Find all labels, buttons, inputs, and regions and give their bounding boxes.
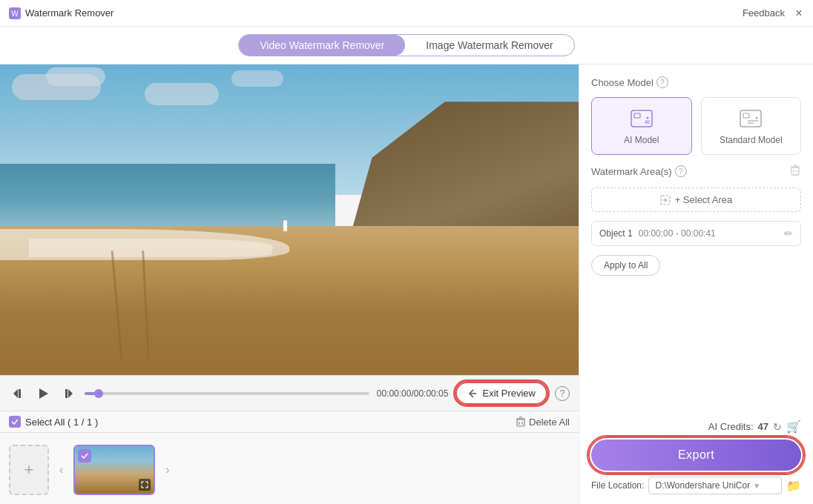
thumb-check-1 [78,449,91,462]
delete-icon [516,417,526,427]
svg-marker-2 [13,389,18,398]
close-button[interactable]: × [794,8,804,19]
watermark-area-header: Watermark Area(s) ? [591,164,801,179]
delete-all-button[interactable]: Delete All [516,417,570,428]
svg-rect-6 [65,389,68,398]
svg-rect-17 [740,110,761,127]
right-panel: Choose Model ? AI AI Model [579,64,813,504]
cloud-2 [46,67,105,86]
export-section: Export [591,440,801,471]
tab-bar: Video Watermark Remover Image Watermark … [0,27,813,64]
nav-prev-arrow[interactable]: ‹ [56,460,66,480]
svg-text:W: W [11,10,19,18]
cloud-4 [231,70,283,87]
export-button[interactable]: Export [591,440,801,471]
skip-back-button[interactable] [9,385,27,402]
video-area [0,64,579,375]
standard-model-icon [736,107,766,130]
svg-marker-4 [39,388,48,399]
watermark-areas-section: Watermark Area(s) ? [591,165,687,177]
ai-icon: AI [628,107,655,130]
cloud-3 [145,83,219,105]
svg-text:AI: AI [645,119,650,125]
object1-label: Object 1 [599,228,633,239]
dropdown-chevron-icon: ▼ [753,482,760,490]
play-button[interactable] [34,385,52,402]
edit-icon[interactable]: ✏ [784,228,793,239]
select-all-area: Select All ( 1 / 1 ) [9,416,98,428]
progress-bar[interactable] [85,392,369,395]
svg-rect-14 [634,113,640,118]
time-display: 00:00:00/00:00:05 [377,388,449,399]
file-path-text: D:\Wondershare UniCor [655,480,750,491]
refresh-icon[interactable]: ↻ [773,421,782,433]
cart-icon[interactable]: 🛒 [786,420,801,434]
select-area-button[interactable]: + Select Area [591,188,801,212]
tab-group: Video Watermark Remover Image Watermark … [238,34,574,56]
ai-model-icon: AI [627,107,656,130]
thumbnail-1[interactable] [73,445,155,495]
ai-credits-label: AI Credits: [708,421,754,432]
select-all-label: Select All ( 1 / 1 ) [25,417,98,428]
exit-preview-button[interactable]: Exit Preview [455,382,547,405]
svg-point-19 [756,117,758,119]
app-icon: W [9,7,21,19]
tab-image[interactable]: Image Watermark Remover [405,35,573,56]
select-all-checkbox[interactable] [9,416,21,428]
expand-icon [141,481,148,488]
skip-back-icon [12,388,24,399]
exit-preview-wrapper: Exit Preview [455,382,547,405]
nav-next-arrow[interactable]: › [162,460,172,480]
choose-model-label: Choose Model [591,77,654,88]
left-section: 00:00:00/00:00:05 Exit Preview ? [0,64,579,504]
object1-time: 00:00:00 - 00:00:41 [639,228,778,239]
feedback-link[interactable]: Feedback [743,7,785,19]
filmstrip: + ‹ › [0,432,579,504]
filmstrip-header: Select All ( 1 / 1 ) Delete All [0,411,579,432]
choose-model-section: Choose Model ? [591,76,801,88]
apply-to-all-button[interactable]: Apply to All [591,255,660,276]
credits-row: AI Credits: 47 ↻ 🛒 [591,420,801,434]
exit-preview-label: Exit Preview [482,388,536,399]
file-location-row: File Location: D:\Wondershare UniCor ▼ 📁 [591,477,801,494]
svg-rect-3 [19,389,21,398]
standard-model-label: Standard Model [720,135,783,145]
progress-thumb [94,389,103,398]
checkmark-icon [11,419,19,425]
trash-button[interactable] [789,164,801,179]
tab-video[interactable]: Video Watermark Remover [239,35,405,56]
right-bottom: AI Credits: 47 ↻ 🛒 Export File Location:… [591,420,801,494]
model-row: AI AI Model Standard Model [591,97,801,155]
trash-icon [789,164,801,176]
svg-rect-22 [791,168,799,175]
main-content: 00:00:00/00:00:05 Exit Preview ? [0,64,813,504]
thumb-expand-icon [139,479,151,491]
title-bar-right: Feedback × [743,7,804,19]
file-location-label: File Location: [591,480,644,491]
svg-rect-18 [743,113,749,118]
skip-forward-button[interactable] [59,385,77,402]
watermark-areas-info-icon[interactable]: ? [675,165,687,177]
folder-icon[interactable]: 📁 [786,479,801,493]
select-area-icon [660,195,671,205]
choose-model-info-icon[interactable]: ? [656,76,668,88]
skip-forward-icon [62,388,74,399]
select-area-label: + Select Area [675,194,733,205]
ai-model-card[interactable]: AI AI Model [591,97,692,155]
file-path-select[interactable]: D:\Wondershare UniCor ▼ [648,477,782,494]
standard-model-card[interactable]: Standard Model [701,97,802,155]
object-row-1: Object 1 00:00:00 - 00:00:41 ✏ [591,221,801,246]
video-controls: 00:00:00/00:00:05 Exit Preview ? [0,375,579,411]
person [283,220,287,231]
exit-arrow-icon [467,388,478,399]
standard-icon [737,107,764,130]
title-bar-left: W Watermark Remover [9,7,113,19]
title-bar: W Watermark Remover Feedback × [0,0,813,27]
help-icon[interactable]: ? [555,386,570,401]
ai-credits-value: 47 [758,421,768,432]
video-preview [0,64,579,375]
svg-rect-8 [517,420,524,426]
add-file-button[interactable]: + [9,445,49,495]
play-icon [37,388,49,399]
ai-model-label: AI Model [624,135,659,145]
